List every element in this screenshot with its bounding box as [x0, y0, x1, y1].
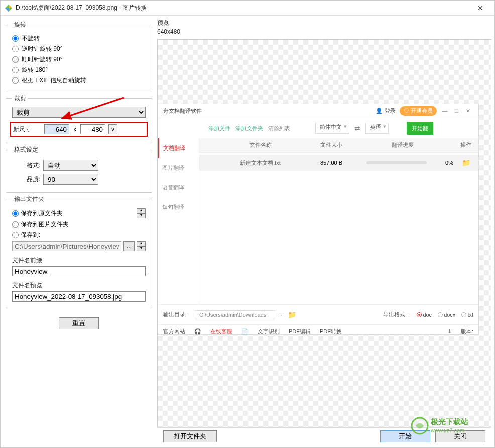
size-dropdown-button[interactable]: v — [108, 124, 117, 134]
folder-icon[interactable]: 📁 — [453, 159, 478, 167]
save-to[interactable] — [12, 232, 19, 238]
output-path-input[interactable] — [12, 241, 121, 251]
save-original[interactable] — [12, 210, 19, 217]
add-file[interactable]: 添加文件 — [208, 125, 230, 132]
side-short[interactable]: 短句翻译 — [158, 197, 199, 217]
prefix-input[interactable] — [12, 266, 146, 276]
rotate-ccw90[interactable] — [12, 46, 19, 52]
output-group: 输出文件夹 保存到原文件夹 ▴▾ 保存到图片文件夹 保存到: ... ▴▾ 文件… — [6, 195, 152, 308]
out-folder-icon[interactable]: 📁 — [288, 311, 296, 319]
row-name: 新建文本文档.txt — [199, 159, 311, 167]
bt-ver: 版本: — [461, 328, 473, 335]
size-label: 新尺寸 — [13, 125, 41, 134]
bt-site[interactable]: 官方网站 — [163, 328, 185, 335]
format-legend: 格式设定 — [12, 145, 40, 154]
output-legend: 输出文件夹 — [12, 195, 46, 203]
th-prog: 翻译进度 — [351, 141, 453, 149]
side-doc[interactable]: 文档翻译 — [158, 138, 199, 158]
start-button[interactable]: 开始 — [380, 430, 430, 442]
height-input[interactable] — [80, 124, 105, 134]
reset-button[interactable]: 重置 — [59, 317, 99, 329]
window-title: D:\tools\桌面\2022-08-17_093058.png - 图片转换 — [16, 4, 470, 12]
start-translate[interactable]: 开始翻 — [407, 122, 433, 135]
quality-select[interactable]: 90 — [43, 174, 98, 185]
format-select[interactable]: 自动 — [43, 160, 98, 171]
user-icon: 👤 — [376, 108, 383, 114]
preview-name-label: 文件名预览 — [12, 281, 146, 290]
fmt-txt[interactable]: txt — [461, 312, 473, 318]
close-button[interactable]: ✕ — [470, 4, 490, 12]
preview-name — [12, 291, 146, 302]
lang-to[interactable]: 英语 — [365, 123, 389, 134]
embedded-app: 舟文档翻译软件 👤 登录 ♡ 开通会员 — □ ✕ 添加文件 添加文件夹 清除列… — [158, 104, 479, 335]
quality-label: 品质: — [12, 175, 40, 184]
svg-marker-1 — [9, 5, 12, 8]
ocr-icon: 📄 — [241, 328, 249, 335]
out-path[interactable]: C:\Users\admin\Downloads — [195, 310, 275, 319]
th-op: 操作 — [453, 141, 478, 149]
spin-1[interactable]: ▴▾ — [137, 208, 146, 218]
svg-marker-2 — [5, 8, 9, 12]
rotate-180[interactable] — [12, 67, 19, 73]
headset-icon: 🎧 — [194, 328, 201, 335]
fmt-label: 导出格式： — [383, 311, 411, 318]
preview-canvas: 舟文档翻译软件 👤 登录 ♡ 开通会员 — □ ✕ 添加文件 添加文件夹 清除列… — [157, 39, 491, 427]
rotate-none[interactable] — [12, 35, 19, 42]
x-sep: x — [72, 126, 77, 133]
th-size: 文件大小 — [311, 141, 351, 149]
crop-mode-select[interactable]: 裁剪 — [12, 107, 146, 118]
new-size-row: 新尺寸 x v — [10, 122, 148, 137]
browse-button[interactable]: ... — [123, 241, 135, 251]
rotate-exif[interactable] — [12, 77, 19, 84]
add-folder[interactable]: 添加文件夹 — [235, 125, 263, 132]
width-input[interactable] — [44, 124, 69, 134]
bt-service[interactable]: 在线客服 — [210, 328, 232, 335]
emb-title-text: 舟文档翻译软件 — [163, 107, 376, 115]
bt-pdfconv[interactable]: PDF转换 — [320, 328, 342, 335]
fmt-docx[interactable]: docx — [438, 312, 455, 318]
preview-size-text: 640x480 — [157, 28, 491, 35]
progress-bar — [366, 161, 427, 164]
out-label: 输出目录： — [163, 311, 191, 318]
out-dots[interactable]: ··· — [279, 312, 284, 318]
app-icon — [5, 4, 13, 12]
fmt-doc[interactable]: doc — [417, 312, 432, 318]
lang-from[interactable]: 简体中文 — [315, 123, 349, 134]
prefix-label: 文件名前缀 — [12, 256, 146, 265]
rotate-legend: 旋转 — [12, 21, 28, 29]
vip-button[interactable]: ♡ 开通会员 — [400, 106, 437, 116]
rotate-group: 旋转 不旋转 逆时针旋转 90° 顺时针旋转 90° 旋转 180° 根据 EX… — [6, 21, 152, 92]
side-voice[interactable]: 语音翻译 — [158, 178, 199, 197]
save-pictures[interactable] — [12, 221, 19, 228]
preview-heading: 预览 — [157, 19, 491, 27]
format-label: 格式: — [12, 161, 40, 170]
close-button-footer[interactable]: 关闭 — [435, 430, 485, 442]
format-group: 格式设定 格式: 自动 品质: 90 — [6, 145, 152, 193]
bt-pdfedit[interactable]: PDF编辑 — [289, 328, 311, 335]
rotate-cw90[interactable] — [12, 56, 19, 63]
download-icon[interactable]: ⬇ — [447, 328, 452, 335]
swap-icon[interactable]: ⇄ — [354, 124, 360, 132]
spin-2[interactable]: ▴▾ — [137, 241, 146, 251]
table-row[interactable]: 新建文本文档.txt 857.00 B 0% 📁 — [199, 155, 478, 171]
bt-ocr[interactable]: 文字识别 — [258, 328, 280, 335]
login-link[interactable]: 登录 — [385, 107, 396, 115]
crop-group: 裁剪 裁剪 新尺寸 x v — [6, 94, 152, 143]
side-img[interactable]: 图片翻译 — [158, 158, 199, 178]
emb-window-buttons[interactable]: — □ ✕ — [442, 108, 473, 114]
crop-legend: 裁剪 — [12, 94, 28, 103]
row-prog: 0% — [351, 160, 453, 166]
clear-list[interactable]: 清除列表 — [268, 125, 290, 132]
row-size: 857.00 B — [311, 160, 351, 166]
th-name: 文件名称 — [199, 141, 311, 149]
open-folder-button[interactable]: 打开文件夹 — [163, 430, 217, 442]
